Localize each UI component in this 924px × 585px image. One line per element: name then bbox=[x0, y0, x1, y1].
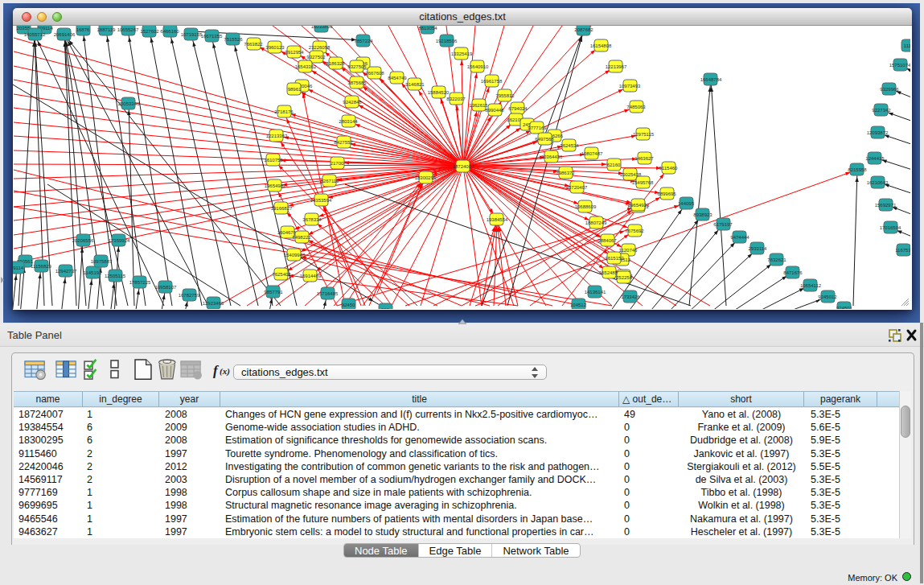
svg-text:62160: 62160 bbox=[607, 163, 621, 167]
svg-text:(x): (x) bbox=[220, 366, 230, 377]
svg-text:252254: 252254 bbox=[616, 275, 633, 280]
svg-text:14055712: 14055712 bbox=[24, 32, 46, 37]
svg-text:9327502: 9327502 bbox=[306, 55, 326, 60]
svg-text:15640910: 15640910 bbox=[467, 64, 489, 69]
svg-text:18724007: 18724007 bbox=[453, 164, 474, 169]
svg-text:19218506: 19218506 bbox=[436, 39, 458, 43]
svg-text:2667608: 2667608 bbox=[365, 71, 384, 76]
svg-text:2087682: 2087682 bbox=[574, 27, 593, 32]
svg-text:6179197: 6179197 bbox=[713, 222, 733, 227]
svg-text:10688609: 10688609 bbox=[575, 204, 597, 209]
svg-text:12505115: 12505115 bbox=[105, 274, 126, 278]
svg-text:7675692: 7675692 bbox=[625, 229, 644, 233]
svg-text:1615152: 1615152 bbox=[605, 256, 624, 261]
svg-text:8267110: 8267110 bbox=[321, 179, 340, 183]
svg-text:9146821: 9146821 bbox=[405, 82, 425, 87]
svg-text:924501: 924501 bbox=[836, 306, 853, 309]
svg-text:17016504: 17016504 bbox=[880, 225, 901, 230]
svg-text:9777169: 9777169 bbox=[528, 126, 547, 130]
svg-text:19166827: 19166827 bbox=[271, 206, 293, 211]
svg-text:10807487: 10807487 bbox=[581, 151, 603, 156]
svg-text:3678334: 3678334 bbox=[302, 217, 322, 222]
svg-text:20691406: 20691406 bbox=[54, 32, 76, 37]
svg-text:9474444: 9474444 bbox=[730, 235, 749, 240]
svg-text:3624534: 3624534 bbox=[560, 143, 579, 148]
svg-text:15692971: 15692971 bbox=[875, 203, 897, 208]
svg-text:14353594: 14353594 bbox=[310, 198, 332, 203]
svg-text:15751074: 15751074 bbox=[889, 63, 910, 68]
svg-text:3498222: 3498222 bbox=[292, 235, 311, 240]
svg-text:9329966: 9329966 bbox=[880, 87, 899, 92]
svg-text:13325419: 13325419 bbox=[451, 51, 473, 56]
svg-text:39114: 39114 bbox=[13, 266, 24, 270]
svg-text:19654982: 19654982 bbox=[265, 183, 286, 188]
svg-text:8471676: 8471676 bbox=[783, 270, 803, 275]
svg-text:3960123: 3960123 bbox=[265, 45, 285, 50]
svg-text:11156829: 11156829 bbox=[31, 264, 51, 269]
svg-text:10654112: 10654112 bbox=[800, 283, 822, 288]
svg-text:9857791: 9857791 bbox=[264, 290, 283, 295]
svg-text:12975115: 12975115 bbox=[633, 132, 655, 137]
svg-text:1120746: 1120746 bbox=[619, 248, 639, 253]
svg-text:7485063: 7485063 bbox=[626, 105, 646, 109]
svg-text:6794024: 6794024 bbox=[508, 106, 528, 111]
svg-text:9115460: 9115460 bbox=[659, 166, 679, 171]
svg-text:8990448: 8990448 bbox=[485, 108, 504, 113]
svg-text:1145191: 1145191 bbox=[84, 270, 103, 275]
svg-text:7632621: 7632621 bbox=[767, 257, 786, 262]
svg-text:8322037: 8322037 bbox=[446, 97, 466, 101]
svg-text:928: 928 bbox=[381, 307, 390, 309]
svg-text:10719155: 10719155 bbox=[181, 32, 203, 37]
svg-text:23226058: 23226058 bbox=[309, 45, 331, 50]
svg-text:12923465: 12923465 bbox=[203, 301, 224, 306]
svg-text:15409948: 15409948 bbox=[284, 253, 306, 257]
svg-text:16033809: 16033809 bbox=[311, 26, 333, 29]
svg-text:6899695: 6899695 bbox=[657, 192, 676, 196]
svg-text:10975887: 10975887 bbox=[91, 259, 113, 264]
svg-text:15716485: 15716485 bbox=[317, 291, 339, 296]
svg-text:16543362: 16543362 bbox=[295, 64, 317, 69]
svg-text:12942737: 12942737 bbox=[55, 269, 77, 274]
svg-text:116753: 116753 bbox=[895, 248, 910, 253]
svg-text:2933114: 2933114 bbox=[749, 246, 768, 251]
svg-text:10655267: 10655267 bbox=[117, 27, 139, 32]
svg-text:8454749: 8454749 bbox=[388, 76, 407, 80]
svg-text:12213363: 12213363 bbox=[266, 134, 288, 138]
svg-text:3912954: 3912954 bbox=[285, 50, 304, 55]
svg-text:2803144: 2803144 bbox=[339, 119, 358, 124]
svg-text:9884067: 9884067 bbox=[598, 238, 617, 243]
svg-text:19654923: 19654923 bbox=[628, 203, 650, 208]
svg-text:20053346: 20053346 bbox=[118, 101, 140, 106]
svg-text:15495768: 15495768 bbox=[632, 180, 654, 185]
svg-text:92450: 92450 bbox=[342, 303, 355, 307]
svg-text:98961: 98961 bbox=[288, 87, 302, 92]
svg-text:f: f bbox=[213, 363, 220, 378]
svg-text:12093872: 12093872 bbox=[867, 130, 889, 135]
svg-text:16648784: 16648784 bbox=[700, 77, 722, 82]
svg-text:1463627: 1463627 bbox=[634, 156, 654, 161]
svg-text:7515526: 7515526 bbox=[224, 37, 243, 42]
svg-text:1112: 1112 bbox=[904, 43, 910, 48]
svg-text:7663822: 7663822 bbox=[244, 42, 263, 47]
svg-text:7625402: 7625402 bbox=[272, 272, 291, 277]
svg-text:8215958: 8215958 bbox=[848, 167, 867, 172]
svg-text:17359924: 17359924 bbox=[109, 238, 130, 243]
svg-text:10958107: 10958107 bbox=[155, 285, 177, 290]
svg-text:8427552: 8427552 bbox=[334, 140, 353, 145]
svg-text:16210643: 16210643 bbox=[867, 180, 889, 185]
svg-text:6466160: 6466160 bbox=[160, 29, 179, 34]
svg-text:9327505: 9327505 bbox=[347, 64, 367, 69]
svg-text:3875685: 3875685 bbox=[347, 80, 367, 85]
svg-text:18300295: 18300295 bbox=[415, 175, 437, 180]
svg-text:6497568: 6497568 bbox=[535, 137, 554, 142]
svg-text:9245012: 9245012 bbox=[818, 295, 837, 299]
svg-text:20364436: 20364436 bbox=[541, 154, 563, 159]
svg-text:18807249: 18807249 bbox=[585, 220, 607, 225]
svg-text:1527602: 1527602 bbox=[140, 29, 159, 34]
svg-text:16914469: 16914469 bbox=[300, 274, 322, 278]
svg-text:16782759: 16782759 bbox=[179, 293, 200, 298]
svg-text:14136141: 14136141 bbox=[585, 290, 606, 295]
svg-text:9242848: 9242848 bbox=[343, 100, 362, 105]
svg-text:104512: 104512 bbox=[570, 303, 587, 307]
svg-text:20206556: 20206556 bbox=[72, 238, 94, 243]
